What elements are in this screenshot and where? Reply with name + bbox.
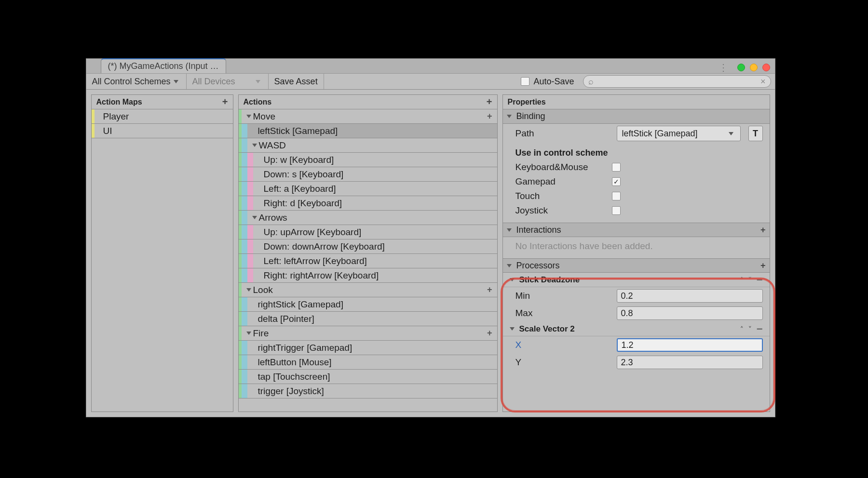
action-maps-header: Action Maps + xyxy=(92,95,233,109)
control-schemes-label: All Control Schemes xyxy=(92,77,171,87)
composite-part-item[interactable]: Right: rightArrow [Keyboard] xyxy=(239,268,497,283)
composite-part-item[interactable]: Right: d [Keyboard] xyxy=(239,196,497,211)
binding-label: rightTrigger [Gamepad] xyxy=(258,343,353,353)
processor-field-row: X1.2 xyxy=(503,336,770,354)
actions-panel: Actions + Move+leftStick [Gamepad]WASDUp… xyxy=(238,94,498,412)
binding-item[interactable]: leftButton [Mouse] xyxy=(239,355,497,370)
foldout-icon xyxy=(246,288,251,292)
scheme-row: Gamepad✓ xyxy=(503,174,770,189)
autosave-checkbox[interactable] xyxy=(521,77,529,86)
foldout-icon xyxy=(507,228,512,232)
foldout-icon xyxy=(510,327,515,331)
add-binding-button[interactable]: + xyxy=(487,328,492,338)
composite-part-item[interactable]: Up: upArrow [Keyboard] xyxy=(239,225,497,239)
processor-field-row: Min0.2 xyxy=(503,287,770,305)
action-map-item[interactable]: UI xyxy=(92,124,233,138)
kebab-icon[interactable]: ⋮ xyxy=(719,62,729,73)
section-title: Processors xyxy=(516,261,560,271)
composite-part-item[interactable]: Down: s [Keyboard] xyxy=(239,167,497,182)
binding-label: tap [Touchscreen] xyxy=(258,372,330,382)
scheme-name: Joystick xyxy=(515,205,612,216)
field-input[interactable]: 0.8 xyxy=(617,306,763,320)
move-up-icon[interactable]: ˄ xyxy=(740,276,744,283)
field-input[interactable]: 1.2 xyxy=(617,338,763,352)
scheme-name: Touch xyxy=(515,191,612,201)
composite-part-item[interactable]: Left: leftArrow [Keyboard] xyxy=(239,254,497,268)
add-item-button[interactable]: + xyxy=(760,261,766,271)
composite-part-item[interactable]: Left: a [Keyboard] xyxy=(239,182,497,196)
section-header[interactable]: Binding xyxy=(503,109,770,124)
composite-part-item[interactable]: Down: downArrow [Keyboard] xyxy=(239,239,497,254)
clear-search-icon[interactable]: × xyxy=(760,77,766,87)
properties-header: Properties xyxy=(503,95,770,109)
add-binding-button[interactable]: + xyxy=(487,111,492,121)
asset-tab[interactable]: (*) MyGameActions (Input … xyxy=(101,58,226,73)
processor-header[interactable]: Scale Vector 2˄˅− xyxy=(503,322,770,336)
binding-label: Up: upArrow [Keyboard] xyxy=(264,227,362,238)
field-input[interactable]: 0.2 xyxy=(617,289,763,303)
traffic-green[interactable] xyxy=(737,64,745,71)
traffic-yellow[interactable] xyxy=(750,64,758,71)
composite-part-item[interactable]: Up: w [Keyboard] xyxy=(239,153,497,167)
binding-label: rightStick [Gamepad] xyxy=(258,299,343,310)
properties-title: Properties xyxy=(508,98,546,106)
chevron-down-icon xyxy=(729,132,733,135)
field-label: Max xyxy=(515,308,612,319)
action-maps-panel: Action Maps + PlayerUI xyxy=(91,94,233,412)
scheme-row: Touch xyxy=(503,189,770,203)
move-down-icon[interactable]: ˅ xyxy=(748,276,752,283)
add-action-button[interactable]: + xyxy=(487,96,492,107)
composite-binding-item[interactable]: WASD xyxy=(239,138,497,153)
remove-processor-button[interactable]: − xyxy=(757,323,763,335)
path-row: PathleftStick [Gamepad]T xyxy=(503,124,770,143)
scheme-checkbox[interactable] xyxy=(612,192,621,200)
search-icon: ⌕ xyxy=(588,77,594,87)
binding-item[interactable]: rightStick [Gamepad] xyxy=(239,297,497,312)
scheme-name: Keyboard&Mouse xyxy=(515,162,612,173)
devices-dropdown[interactable]: All Devices xyxy=(187,74,269,89)
action-item[interactable]: Look+ xyxy=(239,283,497,297)
binding-item[interactable]: delta [Pointer] xyxy=(239,312,497,326)
binding-label: WASD xyxy=(259,140,286,151)
field-input[interactable]: 2.3 xyxy=(617,356,763,369)
action-item[interactable]: Fire+ xyxy=(239,326,497,341)
scheme-checkbox[interactable] xyxy=(612,206,621,215)
action-map-label: UI xyxy=(103,126,112,136)
section-title: Interactions xyxy=(516,225,561,235)
processor-field-row: Max0.8 xyxy=(503,305,770,322)
scheme-checkbox[interactable]: ✓ xyxy=(612,177,621,186)
scheme-checkbox[interactable] xyxy=(612,163,621,172)
use-in-scheme-heading: Use in control scheme xyxy=(503,143,770,160)
add-action-map-button[interactable]: + xyxy=(222,96,228,107)
binding-item[interactable]: trigger [Joystick] xyxy=(239,384,497,398)
remove-processor-button[interactable]: − xyxy=(757,274,763,286)
autosave-toggle[interactable]: Auto-Save xyxy=(516,74,579,89)
add-item-button[interactable]: + xyxy=(760,225,766,235)
processor-header[interactable]: Stick Deadzone˄˅− xyxy=(503,273,770,287)
scheme-row: Keyboard&Mouse xyxy=(503,160,770,174)
control-schemes-dropdown[interactable]: All Control Schemes xyxy=(86,74,187,89)
section-header[interactable]: Processors+ xyxy=(503,258,770,273)
move-down-icon[interactable]: ˅ xyxy=(748,325,752,332)
save-asset-button[interactable]: Save Asset xyxy=(269,74,324,89)
add-binding-button[interactable]: + xyxy=(487,285,492,295)
devices-label: All Devices xyxy=(192,77,235,87)
field-label: Y xyxy=(515,357,612,368)
action-item[interactable]: Move+ xyxy=(239,109,497,124)
binding-item[interactable]: leftStick [Gamepad] xyxy=(239,124,497,138)
move-up-icon[interactable]: ˄ xyxy=(740,325,744,332)
foldout-icon xyxy=(510,278,515,281)
binding-item[interactable]: tap [Touchscreen] xyxy=(239,370,497,384)
action-map-item[interactable]: Player xyxy=(92,109,233,124)
section-header[interactable]: Interactions+ xyxy=(503,223,770,237)
binding-label: leftButton [Mouse] xyxy=(258,357,332,368)
binding-item[interactable]: rightTrigger [Gamepad] xyxy=(239,341,497,355)
chevron-down-icon xyxy=(174,80,178,83)
chevron-down-icon xyxy=(256,80,260,83)
composite-binding-item[interactable]: Arrows xyxy=(239,211,497,225)
search-input[interactable]: ⌕ × xyxy=(583,75,771,88)
path-dropdown[interactable]: leftStick [Gamepad] xyxy=(617,126,741,141)
binding-label: Left: a [Keyboard] xyxy=(264,184,336,194)
traffic-red[interactable] xyxy=(762,64,770,71)
path-listen-button[interactable]: T xyxy=(748,126,763,141)
